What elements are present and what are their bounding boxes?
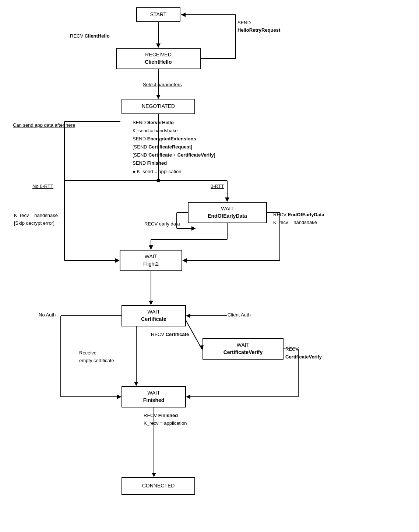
label-k-recv-handshake: K_recv = handshake[Skip decrypt error] <box>14 212 58 227</box>
svg-marker-32 <box>186 314 190 318</box>
svg-marker-24 <box>115 258 120 263</box>
state-received-line2: ClientHello <box>145 59 172 66</box>
state-finished-line1: WAIT <box>147 389 160 397</box>
svg-marker-14 <box>225 197 229 202</box>
state-wait-finished: WAIT Finished <box>122 386 186 407</box>
state-wait-eoed: WAIT EndOfEarlyData <box>188 202 267 223</box>
state-start-label: START <box>150 11 167 18</box>
state-eoed-line1: WAIT <box>221 205 233 213</box>
state-wait-cert-verify: WAIT CertificateVerify <box>203 338 284 360</box>
svg-marker-28 <box>149 245 153 250</box>
svg-marker-22 <box>182 258 187 263</box>
svg-marker-1 <box>156 43 161 48</box>
state-eoed-line2: EndOfEarlyData <box>208 213 247 220</box>
label-send-hrr: SENDHelloRetryRequest <box>237 19 280 34</box>
svg-marker-5 <box>181 13 186 17</box>
svg-marker-18 <box>191 226 196 231</box>
svg-point-9 <box>156 179 160 182</box>
label-can-send-app: Can send app data after here <box>13 122 75 129</box>
label-0rtt: 0-RTT <box>211 183 224 190</box>
svg-marker-45 <box>186 395 190 399</box>
state-start: START <box>136 7 180 22</box>
state-cv-line2: CertificateVerify <box>223 349 263 356</box>
label-client-auth: Client Auth <box>228 311 251 319</box>
tls-state-diagram: START RECEIVED ClientHello NEGOTIATED WA… <box>0 0 419 532</box>
state-flight2-line2: Flight2 <box>143 260 159 268</box>
state-cv-line1: WAIT <box>237 342 249 349</box>
label-no-0rtt: No 0-RTT <box>32 183 53 190</box>
label-recv-early-data: RECV early data <box>144 220 180 228</box>
state-wait-flight2: WAIT Flight2 <box>120 250 182 271</box>
state-connected: CONNECTED <box>122 477 195 495</box>
state-wait-certificate: WAIT Certificate <box>122 305 186 326</box>
state-negotiated-label: NEGOTIATED <box>142 103 175 110</box>
flow-arrows <box>0 0 419 532</box>
state-flight2-line1: WAIT <box>145 253 157 260</box>
label-recv-cert-verify: RECVCertificateVerify <box>285 346 322 361</box>
state-received-line1: RECEIVED <box>145 51 172 59</box>
state-cert-line1: WAIT <box>147 308 160 316</box>
label-select-params: Select parameters <box>143 81 182 88</box>
label-recv-empty-cert: Receiveempty certificate <box>79 349 114 365</box>
state-finished-line2: Finished <box>143 397 165 404</box>
label-send-block: SEND ServerHello K_send = handshake SEND… <box>133 119 215 176</box>
label-recv-eoed: RECV EndOfEarlyDataK_recv = handshake <box>273 211 324 227</box>
svg-marker-41 <box>134 382 138 386</box>
state-received-client-hello: RECEIVED ClientHello <box>116 48 201 69</box>
label-recv-cert: RECV Certificate <box>151 331 189 338</box>
state-negotiated: NEGOTIATED <box>122 99 195 114</box>
state-cert-line2: Certificate <box>141 316 166 323</box>
svg-marker-36 <box>117 395 122 399</box>
state-connected-label: CONNECTED <box>142 482 175 490</box>
label-no-auth: No Auth <box>39 311 56 319</box>
label-recv-finished: RECV FinishedK_recv = application <box>144 412 187 427</box>
label-recv-client-hello: RECV ClientHello <box>70 32 110 40</box>
svg-marker-30 <box>149 301 153 305</box>
svg-marker-47 <box>152 473 156 477</box>
